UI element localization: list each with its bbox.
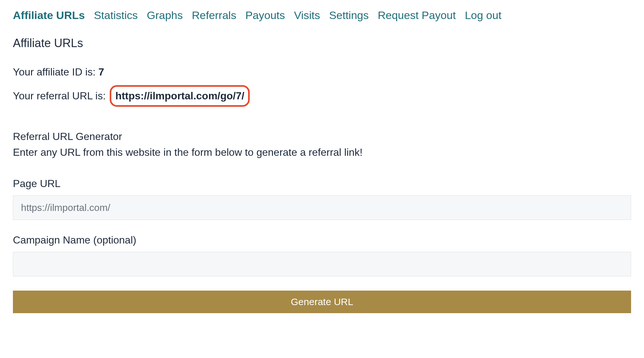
page-title: Affiliate URLs xyxy=(13,36,631,50)
referral-url-line: Your referral URL is: https://ilmportal.… xyxy=(13,85,631,107)
campaign-name-label: Campaign Name (optional) xyxy=(13,234,631,246)
tab-request-payout[interactable]: Request Payout xyxy=(378,9,456,22)
referral-url-value: https://ilmportal.com/go/7/ xyxy=(115,90,244,102)
referral-url-highlight: https://ilmportal.com/go/7/ xyxy=(110,85,250,107)
tab-payouts[interactable]: Payouts xyxy=(245,9,285,22)
tab-referrals[interactable]: Referrals xyxy=(192,9,236,22)
campaign-name-input[interactable] xyxy=(13,252,631,276)
affiliate-id-label: Your affiliate ID is: xyxy=(13,66,98,78)
generator-heading: Referral URL Generator xyxy=(13,131,631,143)
affiliate-id-value: 7 xyxy=(98,66,104,78)
tab-log-out[interactable]: Log out xyxy=(465,9,501,22)
referral-url-label: Your referral URL is: xyxy=(13,90,108,102)
generator-description: Enter any URL from this website in the f… xyxy=(13,146,631,158)
tab-statistics[interactable]: Statistics xyxy=(94,9,138,22)
page-url-label: Page URL xyxy=(13,178,631,190)
page-url-input[interactable] xyxy=(13,195,631,220)
tab-graphs[interactable]: Graphs xyxy=(147,9,183,22)
tab-visits[interactable]: Visits xyxy=(294,9,320,22)
tabs-nav: Affiliate URLs Statistics Graphs Referra… xyxy=(13,9,631,22)
tab-affiliate-urls[interactable]: Affiliate URLs xyxy=(13,9,85,22)
tab-settings[interactable]: Settings xyxy=(329,9,369,22)
generate-url-button[interactable]: Generate URL xyxy=(13,291,631,313)
affiliate-id-line: Your affiliate ID is: 7 xyxy=(13,65,631,79)
